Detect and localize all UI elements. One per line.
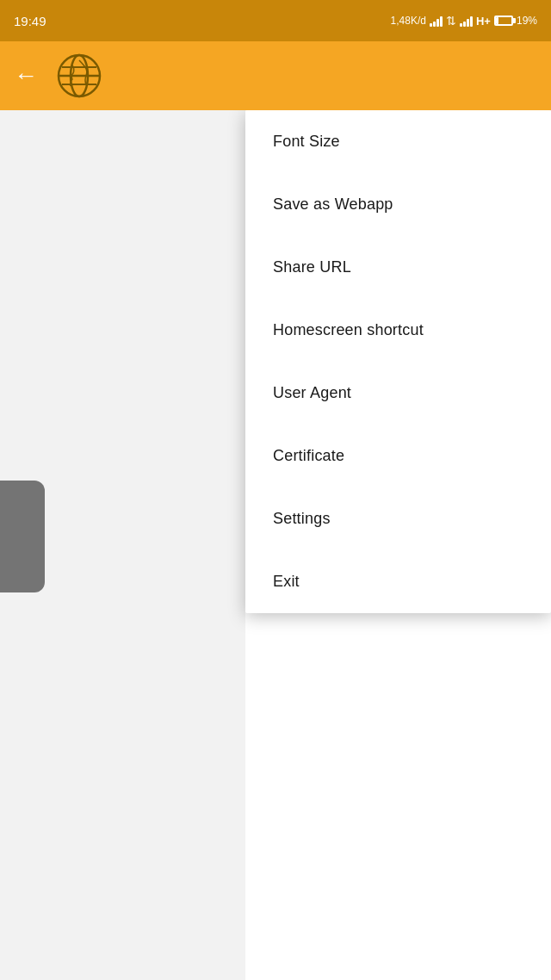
menu-item-save-webapp[interactable]: Save as Webapp [245,173,551,236]
data-arrows-icon: ⇅ [446,14,456,28]
menu-item-user-agent[interactable]: User Agent [245,362,551,425]
network-speed: 1,48K/d [391,15,426,27]
status-right: 1,48K/d ⇅ H+ 19% [391,14,537,28]
status-bar: 19:49 1,48K/d ⇅ H+ 19% [0,0,551,41]
dropdown-menu: Font SizeSave as WebappShare URLHomescre… [245,110,551,613]
globe-icon [55,52,103,100]
menu-item-share-url[interactable]: Share URL [245,236,551,299]
network-type: H+ [476,15,491,28]
menu-scrim[interactable] [0,110,245,980]
battery-percent: 19% [517,15,537,27]
menu-item-exit[interactable]: Exit [245,550,551,613]
signal-icon [430,15,443,27]
menu-item-certificate[interactable]: Certificate [245,425,551,487]
main-content: Font SizeSave as WebappShare URLHomescre… [0,110,551,980]
status-time: 19:49 [14,14,46,28]
menu-item-homescreen-shortcut[interactable]: Homescreen shortcut [245,299,551,362]
menu-item-settings[interactable]: Settings [245,487,551,550]
battery-icon [494,16,513,26]
app-bar: ← [0,41,551,110]
menu-item-font-size[interactable]: Font Size [245,110,551,173]
signal-icon-2 [460,15,473,27]
back-button[interactable]: ← [14,62,38,90]
